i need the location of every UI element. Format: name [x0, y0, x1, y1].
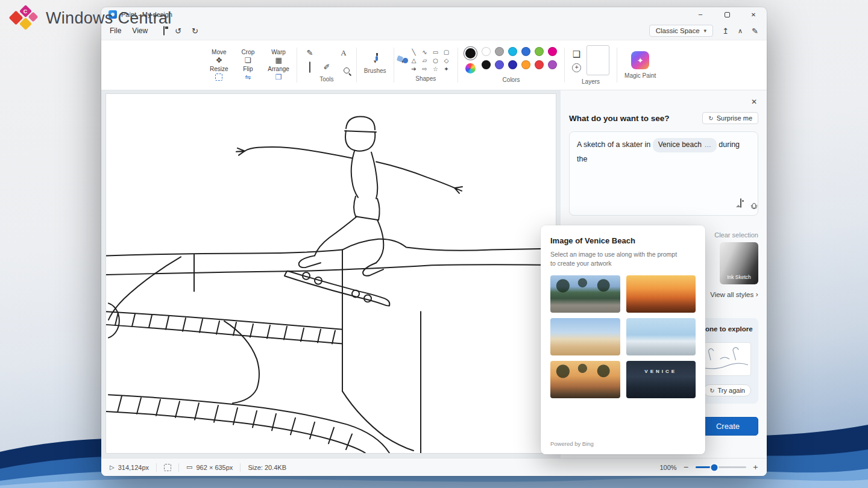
color-swatch[interactable]: [508, 60, 517, 69]
powered-by-bing: Powered by Bing: [550, 440, 696, 447]
shape-ellipse[interactable]: ○: [433, 57, 438, 64]
arrange-icon[interactable]: ❐: [275, 74, 282, 81]
shape-arrow[interactable]: ➔: [411, 66, 416, 72]
undo-button[interactable]: ↺: [175, 27, 181, 36]
venice-image-palms-sunset[interactable]: [550, 361, 620, 398]
resize-icon[interactable]: [215, 74, 222, 81]
shape-sparkle[interactable]: ✦: [444, 66, 448, 72]
popup-title: Image of Venice Beach: [550, 236, 696, 245]
selection-size-icon: [164, 464, 171, 471]
crop-label: Crop: [242, 49, 255, 55]
panel-close-icon[interactable]: ✕: [751, 98, 757, 106]
shape-star[interactable]: ☆: [433, 66, 438, 72]
popup-subtitle: Select an image to use along with the pr…: [550, 250, 681, 267]
zoom-slider[interactable]: [696, 466, 746, 468]
color-picker-tool[interactable]: ✐: [323, 63, 330, 72]
current-color-swatch[interactable]: [465, 48, 476, 58]
eraser-tool[interactable]: [309, 62, 310, 73]
view-all-styles-link[interactable]: View all styles ›: [710, 291, 758, 298]
shape-arrow-right[interactable]: ⇨: [422, 66, 427, 72]
layers-group: ❑ + Layers: [572, 40, 609, 90]
zoom-slider-thumb[interactable]: [711, 464, 717, 471]
refresh-icon: ↻: [708, 115, 713, 122]
zoom-level-value: 100%: [659, 464, 676, 471]
refresh-icon: ↻: [709, 387, 714, 394]
file-size-value: Size: 20.4KB: [248, 464, 286, 471]
prompt-text-before: A sketch of a skater in: [577, 140, 650, 149]
shapes-group: ▾ ╲ ∿ ▭ ▢ △ ▱ ○ ◇ ➔ ⇨ ☆ ✦: [401, 40, 451, 90]
maximize-icon: [725, 12, 730, 17]
tools-group-label: Tools: [319, 76, 333, 83]
chip-more-icon[interactable]: …: [705, 139, 711, 151]
shape-diamond[interactable]: ◇: [444, 57, 449, 64]
collapse-ribbon-button[interactable]: ∧: [738, 27, 743, 35]
flip-icon[interactable]: ⇋: [245, 74, 251, 81]
venice-image-lifeguard-tower[interactable]: [626, 318, 696, 355]
pen-settings-button[interactable]: ✎: [752, 27, 758, 36]
shape-rectangle[interactable]: ▭: [433, 49, 438, 55]
resize-label: Resize: [210, 66, 228, 72]
redo-button[interactable]: ↻: [192, 27, 198, 36]
save-button[interactable]: [163, 27, 165, 35]
layers-icon[interactable]: ❑: [573, 49, 580, 60]
zoom-out-button[interactable]: −: [684, 463, 689, 471]
close-button[interactable]: ✕: [740, 7, 767, 22]
color-swatch[interactable]: [535, 47, 544, 56]
selection-tools-group: Move ✥ Resize Crop ❏ Flip ⇋ Warp ▦ Arran…: [210, 49, 289, 81]
color-swatch[interactable]: [535, 60, 544, 69]
add-image-button[interactable]: [740, 196, 741, 210]
color-wheel-button[interactable]: [465, 63, 476, 74]
create-button[interactable]: Create: [697, 417, 758, 436]
color-swatch[interactable]: [548, 60, 557, 69]
venice-image-sunset-skatepark[interactable]: [626, 275, 696, 313]
venice-image-venice-sign[interactable]: VENICE: [626, 361, 696, 398]
try-again-button[interactable]: ↻ Try again: [703, 384, 751, 396]
zoom-in-button[interactable]: +: [753, 463, 758, 471]
move-icon[interactable]: ✥: [216, 57, 222, 64]
venice-sign-text: VENICE: [644, 369, 677, 374]
save-icon: [163, 26, 165, 36]
venice-image-boardwalk[interactable]: [550, 318, 620, 355]
color-swatch[interactable]: [508, 47, 517, 56]
surprise-me-button[interactable]: ↻ Surprise me: [702, 112, 758, 124]
share-button[interactable]: ↥: [722, 27, 729, 36]
shape-rounded-rectangle[interactable]: ▢: [444, 49, 449, 55]
theme-dropdown[interactable]: Classic Space ▾: [649, 25, 713, 37]
color-swatch[interactable]: [521, 60, 530, 69]
warp-label: Warp: [271, 49, 286, 55]
drawing-canvas[interactable]: [106, 94, 556, 453]
text-tool[interactable]: A: [341, 48, 346, 58]
color-swatch[interactable]: [548, 47, 557, 56]
warp-icon[interactable]: ▦: [275, 57, 281, 64]
prompt-input[interactable]: A sketch of a skater in Venice beach … d…: [569, 131, 758, 216]
color-swatch[interactable]: [521, 47, 530, 56]
prompt-chip-venice-beach[interactable]: Venice beach …: [653, 138, 717, 152]
style-card-ink-sketch[interactable]: Ink Sketch: [720, 242, 758, 284]
color-swatch[interactable]: [495, 47, 504, 56]
menu-view[interactable]: View: [132, 27, 148, 35]
add-layer-button[interactable]: +: [572, 63, 581, 72]
ribbon-toolbar: Move ✥ Resize Crop ❏ Flip ⇋ Warp ▦ Arran…: [101, 40, 767, 90]
pencil-tool[interactable]: ✎: [306, 48, 313, 57]
menu-file[interactable]: File: [110, 27, 121, 35]
image-icon: [740, 198, 741, 208]
venice-image-palm-path[interactable]: [550, 275, 620, 313]
desktop: C Windows Central Paint - My design ─ ✕ …: [0, 0, 868, 488]
shape-parallelogram[interactable]: ▱: [423, 57, 427, 64]
magic-paint-button[interactable]: [631, 51, 649, 69]
shape-curve[interactable]: ∿: [422, 49, 427, 55]
shapes-group-label: Shapes: [415, 75, 436, 82]
color-swatch[interactable]: [482, 60, 491, 69]
shape-triangle[interactable]: △: [412, 57, 417, 64]
layer-preview[interactable]: [587, 45, 609, 75]
workspace: ✕ What do you want to see? ↻ Surprise me…: [101, 90, 767, 458]
flip-label: Flip: [243, 66, 253, 72]
crop-icon[interactable]: ❏: [245, 57, 251, 64]
minimize-button[interactable]: ─: [687, 7, 714, 22]
color-swatch[interactable]: [482, 47, 491, 56]
shape-line[interactable]: ╲: [412, 49, 416, 55]
color-swatch[interactable]: [495, 60, 504, 69]
colors-group-label: Colors: [503, 77, 520, 83]
venice-beach-popup: Image of Venice Beach Select an image to…: [541, 225, 705, 454]
maximize-button[interactable]: [714, 7, 740, 22]
